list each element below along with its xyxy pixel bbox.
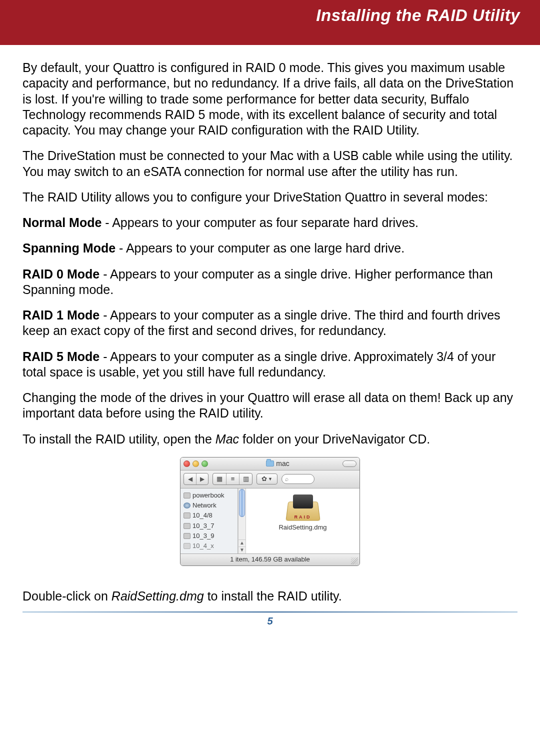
mode-name: Normal Mode: [22, 216, 102, 230]
window-title: mac: [213, 460, 342, 468]
drive-icon: [184, 533, 190, 539]
close-icon[interactable]: [184, 460, 190, 467]
sidebar-item[interactable]: 10_4_x: [184, 541, 238, 551]
finder-toolbar: ◀ ▶ ▦ ≡ ▥ ✿▼ ⌕: [180, 470, 360, 488]
scroll-down-icon[interactable]: ▼: [238, 546, 246, 554]
gear-icon: ✿: [262, 475, 267, 483]
scrollbar-thumb[interactable]: [239, 489, 245, 517]
paragraph-install: To install the RAID utility, open the Ma…: [22, 432, 518, 447]
paragraph-modes-intro: The RAID Utility allows you to configure…: [22, 190, 518, 205]
drive-icon: [184, 523, 190, 529]
finder-sidebar: powerbook Network 10_4/8 10_3_7 10_3_9 1…: [180, 488, 238, 554]
drive-icon: [184, 543, 190, 549]
page-title: Installing the RAID Utility: [0, 6, 520, 25]
search-icon: ⌕: [285, 476, 288, 483]
mode-name: RAID 5 Mode: [22, 350, 100, 364]
mode-name: RAID 1 Mode: [22, 308, 100, 322]
sidebar-item[interactable]: Network: [184, 500, 238, 510]
back-button[interactable]: ◀: [184, 474, 196, 484]
scroll-up-icon[interactable]: ▲: [238, 540, 246, 546]
paragraph-usb: The DriveStation must be connected to yo…: [22, 148, 518, 180]
mode-raid1: RAID 1 Mode - Appears to your computer a…: [22, 308, 518, 339]
column-view-button[interactable]: ▥: [239, 474, 252, 484]
chevron-down-icon: ▼: [268, 476, 272, 482]
mode-name: RAID 0 Mode: [22, 267, 100, 281]
mode-raid0: RAID 0 Mode - Appears to your computer a…: [22, 266, 518, 298]
sidebar-item[interactable]: 10_3_7: [184, 521, 238, 531]
mode-name: Spanning Mode: [22, 241, 116, 255]
mode-raid5: RAID 5 Mode - Appears to your computer a…: [22, 349, 518, 380]
computer-icon: [184, 492, 190, 498]
paragraph-intro: By default, your Quattro is configured i…: [22, 60, 518, 138]
toolbar-toggle-icon[interactable]: [342, 460, 356, 467]
file-label: RaidSetting.dmg: [278, 524, 326, 532]
traffic-lights: [184, 460, 208, 467]
page-header: Installing the RAID Utility: [0, 0, 540, 45]
resize-handle-icon[interactable]: [351, 558, 358, 564]
file-item-raidsetting[interactable]: RAID RaidSetting.dmg: [278, 494, 326, 532]
search-input[interactable]: ⌕: [282, 474, 314, 484]
network-icon: [184, 502, 190, 508]
footer-rule: [22, 612, 518, 612]
folder-icon: [266, 460, 274, 466]
nav-buttons: ◀ ▶: [184, 473, 208, 485]
zoom-icon[interactable]: [202, 460, 208, 467]
view-mode-selector: ▦ ≡ ▥: [212, 473, 252, 485]
mode-desc: - Appears to your computer as one large …: [116, 241, 404, 255]
list-view-button[interactable]: ≡: [226, 474, 239, 484]
paragraph-warning: Changing the mode of the drives in your …: [22, 390, 518, 422]
finder-status-bar: 1 item, 146.59 GB available: [180, 554, 360, 566]
finder-window: mac ◀ ▶ ▦ ≡ ▥ ✿▼ ⌕ powerbook: [180, 457, 360, 566]
sidebar-item[interactable]: powerbook: [184, 490, 238, 500]
paragraph-doubleclick: Double-click on RaidSetting.dmg to insta…: [0, 589, 540, 604]
sidebar-item[interactable]: 10_4/8: [184, 510, 238, 520]
page-body: By default, your Quattro is configured i…: [0, 45, 540, 589]
finder-content: RAID RaidSetting.dmg: [246, 488, 360, 554]
action-menu-button[interactable]: ✿▼: [256, 474, 278, 484]
mode-desc: - Appears to your computer as four separ…: [102, 216, 418, 230]
minimize-icon[interactable]: [192, 460, 199, 467]
icon-view-button[interactable]: ▦: [213, 474, 226, 484]
drive-icon: [184, 512, 190, 518]
page-number: 5: [0, 616, 540, 634]
mode-spanning: Spanning Mode - Appears to your computer…: [22, 240, 518, 256]
dmg-icon: RAID: [287, 494, 319, 520]
mode-normal: Normal Mode - Appears to your computer a…: [22, 215, 518, 230]
sidebar-scrollbar[interactable]: ▲ ▼: [238, 488, 246, 554]
finder-body: powerbook Network 10_4/8 10_3_7 10_3_9 1…: [180, 488, 360, 554]
sidebar-item[interactable]: 10_3_9: [184, 531, 238, 541]
forward-button[interactable]: ▶: [196, 474, 208, 484]
finder-titlebar: mac: [180, 458, 360, 470]
